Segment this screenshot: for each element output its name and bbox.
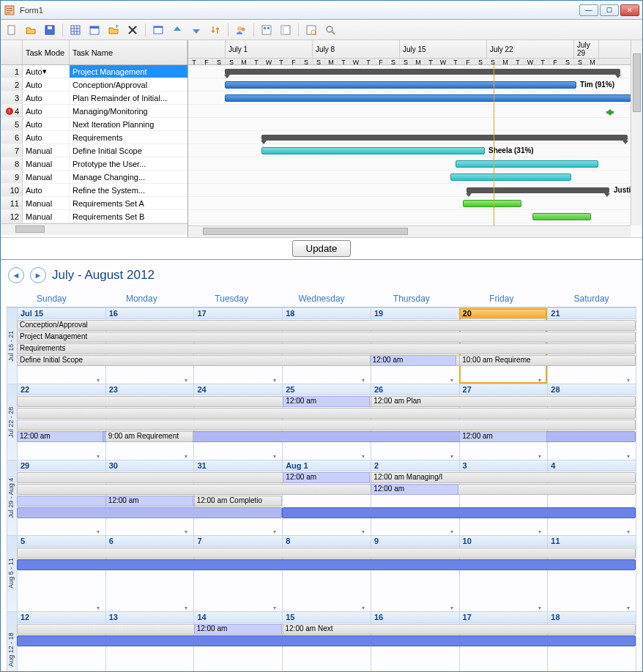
calendar-event[interactable]: 12:00 am Next <box>283 624 636 635</box>
expand-arrow-icon[interactable]: ▾ <box>97 605 100 611</box>
calendar-event[interactable]: 10:00 am Requireme <box>459 355 636 366</box>
down-icon[interactable] <box>188 22 204 38</box>
task-mode-cell[interactable]: Manual <box>23 144 70 157</box>
grid-icon[interactable] <box>67 22 83 38</box>
task-row[interactable]: 11ManualRequirements Set A <box>1 197 187 210</box>
open-icon[interactable] <box>23 22 39 38</box>
gantt-bar[interactable] <box>463 200 521 207</box>
calendar-event[interactable]: Conception/Approval <box>17 320 636 331</box>
task-row[interactable]: 5AutoNext Iteration Planning <box>1 118 187 131</box>
filter-icon[interactable] <box>303 22 319 38</box>
up-icon[interactable] <box>169 22 185 38</box>
col-task-name[interactable]: Task Name <box>70 40 187 64</box>
expand-arrow-icon[interactable]: ▾ <box>362 529 365 535</box>
task-mode-cell[interactable]: Auto <box>23 92 70 104</box>
expand-arrow-icon[interactable]: ▾ <box>450 529 453 535</box>
expand-arrow-icon[interactable]: ▾ <box>627 453 630 460</box>
gantt-bar[interactable] <box>225 94 631 102</box>
calendar-event[interactable] <box>17 419 636 430</box>
gantt-chart[interactable]: July 1July 8July 15July 22July 29TFSSMTW… <box>188 40 642 237</box>
calendar-event[interactable] <box>17 559 636 570</box>
task-name-cell[interactable]: Requirements Set B <box>70 210 187 223</box>
task-row[interactable]: 7ManualDefine Initial Scope <box>1 144 187 157</box>
task-row[interactable]: 9ManualManage Changing... <box>1 171 187 184</box>
task-row[interactable]: 8ManualPrototype the User... <box>1 157 187 171</box>
task-name-cell[interactable]: Refine the System... <box>70 184 187 196</box>
delete-icon[interactable] <box>124 22 141 38</box>
app-icon[interactable] <box>150 22 166 38</box>
close-button[interactable]: ✕ <box>620 4 639 16</box>
task-name-cell[interactable]: Managing/Monitoring <box>70 105 187 117</box>
expand-arrow-icon[interactable]: ▾ <box>538 377 541 384</box>
maximize-button[interactable]: ☐ <box>600 4 619 16</box>
gantt-hscroll[interactable] <box>188 225 631 237</box>
expand-arrow-icon[interactable]: ▾ <box>627 377 630 384</box>
gantt-bar[interactable] <box>261 135 628 141</box>
expand-arrow-icon[interactable]: ▾ <box>185 377 187 384</box>
task-row[interactable]: !4AutoManaging/Monitoring <box>1 105 187 118</box>
col-task-mode[interactable]: Task Mode <box>23 40 70 64</box>
expand-arrow-icon[interactable]: ▾ <box>97 453 100 460</box>
task-name-cell[interactable]: Manage Changing... <box>70 171 187 183</box>
task-row[interactable]: 3AutoPlan Remainder of Initial... <box>1 92 187 105</box>
task-mode-cell[interactable]: Manual <box>23 171 70 183</box>
view2-icon[interactable] <box>278 22 294 38</box>
expand-arrow-icon[interactable]: ▾ <box>627 605 630 611</box>
find-icon[interactable]: + <box>322 22 338 38</box>
task-name-cell[interactable]: Plan Remainder of Initial... <box>70 92 187 104</box>
task-name-cell[interactable]: Requirements <box>70 131 187 143</box>
expand-arrow-icon[interactable]: ▾ <box>538 605 541 611</box>
task-name-cell[interactable]: Prototype the User... <box>70 157 187 170</box>
calendar-event[interactable]: 12:00 am Managing/I <box>371 472 636 483</box>
task-mode-cell[interactable]: Auto <box>23 105 70 117</box>
expand-arrow-icon[interactable]: ▾ <box>97 529 100 535</box>
calendar-event[interactable]: Requirements <box>17 343 636 354</box>
minimize-button[interactable]: — <box>579 4 598 16</box>
gantt-bar[interactable]: Sheela (31%) <box>261 147 485 154</box>
task-mode-cell[interactable]: Auto <box>23 118 70 130</box>
calendar-event[interactable]: 12:00 am <box>105 496 193 507</box>
task-name-cell[interactable]: Project Management <box>70 65 187 78</box>
expand-arrow-icon[interactable]: ▾ <box>185 453 187 460</box>
calendar-event[interactable] <box>17 548 636 559</box>
users-icon[interactable] <box>233 22 249 38</box>
task-mode-cell[interactable]: Auto <box>23 184 70 196</box>
expand-arrow-icon[interactable]: ▾ <box>273 377 276 384</box>
task-name-cell[interactable]: Requirements Set A <box>70 197 187 209</box>
expand-arrow-icon[interactable]: ▾ <box>362 377 365 384</box>
gantt-bar[interactable] <box>532 213 591 220</box>
task-name-cell[interactable]: Define Initial Scope <box>70 144 187 157</box>
next-button[interactable]: ► <box>30 267 46 283</box>
task-name-cell[interactable]: Conception/Approval <box>70 78 187 91</box>
task-mode-cell[interactable]: Manual <box>23 157 70 170</box>
gantt-bar[interactable] <box>456 160 598 168</box>
task-mode-cell[interactable]: Manual <box>23 210 70 223</box>
save-icon[interactable] <box>42 22 58 38</box>
calendar-event[interactable] <box>17 635 636 646</box>
task-row[interactable]: 10AutoRefine the System... <box>1 184 187 197</box>
calendar-event[interactable]: Project Management <box>17 332 636 343</box>
sort-icon[interactable] <box>207 22 223 38</box>
calendar-event[interactable]: 12:00 am Plan <box>371 396 636 407</box>
expand-arrow-icon[interactable]: ▾ <box>450 605 453 611</box>
gantt-bar[interactable] <box>450 173 571 181</box>
expand-arrow-icon[interactable]: ▾ <box>185 529 187 535</box>
task-mode-cell[interactable]: Manual <box>23 197 70 209</box>
calendar-event[interactable] <box>17 484 636 495</box>
expand-arrow-icon[interactable]: ▾ <box>362 605 365 611</box>
expand-arrow-icon[interactable]: ▾ <box>185 605 187 611</box>
expand-arrow-icon[interactable]: ▾ <box>627 529 630 535</box>
calendar-event[interactable] <box>282 507 636 518</box>
expand-arrow-icon[interactable]: ▾ <box>273 453 276 460</box>
insert-icon[interactable]: + <box>105 22 122 38</box>
gantt-bar[interactable]: Justin <box>467 187 609 193</box>
calendar-event[interactable]: 12:00 am <box>283 472 369 483</box>
expand-arrow-icon[interactable]: ▾ <box>273 605 276 611</box>
expand-arrow-icon[interactable]: ▾ <box>273 529 276 535</box>
gantt-bar[interactable] <box>225 69 620 75</box>
task-row[interactable]: 2AutoConception/Approval <box>1 78 187 92</box>
calendar-event[interactable]: 9:00 am Requirement <box>105 431 193 442</box>
expand-arrow-icon[interactable]: ▾ <box>362 453 365 460</box>
calendar-event[interactable]: 12:00 am <box>459 431 547 442</box>
grid-hscroll[interactable] <box>1 223 187 235</box>
